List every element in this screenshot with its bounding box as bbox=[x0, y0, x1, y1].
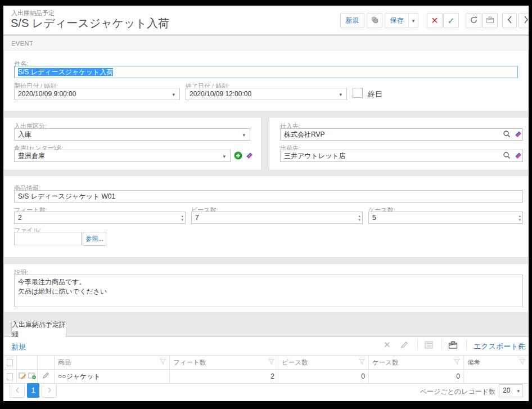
product-info-value: S/S レディースジャケット W01 bbox=[18, 192, 115, 200]
next-record-button[interactable] bbox=[519, 13, 529, 28]
toolbar-divider bbox=[441, 340, 442, 350]
search-icon[interactable] bbox=[503, 130, 511, 140]
chevron-down-icon[interactable]: ▾ bbox=[339, 92, 342, 97]
page-number-button[interactable]: 1 bbox=[27, 383, 39, 398]
description-textarea[interactable]: 今季最注力商品です。 欠品は絶対に防いでください bbox=[14, 275, 523, 307]
chevron-down-icon[interactable]: ▾ bbox=[172, 92, 175, 97]
col-feet-label: フィート数 bbox=[173, 358, 206, 367]
warehouse-value: 豊洲倉庫 bbox=[18, 152, 45, 160]
chevron-left-icon bbox=[15, 385, 20, 395]
refresh-button[interactable] bbox=[466, 13, 481, 28]
row-actions-header bbox=[17, 356, 38, 369]
supplier-lookup[interactable]: 株式会社RVP bbox=[280, 128, 523, 141]
toolbar-divider bbox=[417, 340, 418, 350]
chevron-down-icon[interactable]: ▾ bbox=[242, 133, 245, 138]
product-info-input[interactable]: S/S レディースジャケット W01 bbox=[14, 190, 523, 203]
records-per-page-select[interactable]: 20 ▾ bbox=[499, 384, 523, 397]
col-pieces-label: ピース数 bbox=[282, 358, 308, 367]
prev-record-button[interactable] bbox=[502, 13, 517, 28]
detail-table: 商品 フィート数 ピース数 ケース数 備考 bbox=[3, 355, 529, 384]
grid-save-icon[interactable] bbox=[425, 341, 433, 350]
copy-button[interactable] bbox=[367, 13, 382, 28]
eraser-icon[interactable] bbox=[245, 151, 254, 162]
briefcase-icon bbox=[486, 16, 494, 25]
start-datetime-select[interactable]: 2020/10/09 9:00:00 ▾ bbox=[14, 88, 180, 100]
save-button[interactable]: 保存 bbox=[385, 16, 408, 25]
select-all-checkbox[interactable] bbox=[7, 359, 13, 366]
confirm-icon: ✓ bbox=[448, 16, 455, 26]
records-per-page-value: 20 bbox=[503, 386, 510, 394]
cell-feet[interactable]: 2 bbox=[170, 370, 278, 383]
grid-new-link[interactable]: 新規 bbox=[11, 342, 26, 352]
spinner-icon[interactable]: ▴▾ bbox=[519, 214, 521, 222]
browse-button[interactable]: 参照... bbox=[83, 232, 106, 246]
cell-cases[interactable]: 0 bbox=[369, 370, 464, 383]
shipto-lookup[interactable]: 三井アウトレット店 bbox=[280, 150, 523, 162]
grid-delete-icon[interactable]: ✕ bbox=[384, 340, 391, 350]
select-all-cell bbox=[3, 356, 17, 369]
delete-button[interactable]: ✕ bbox=[427, 13, 443, 28]
filter-icon[interactable] bbox=[268, 359, 274, 366]
cases-value: 5 bbox=[372, 214, 376, 222]
add-icon[interactable] bbox=[234, 151, 242, 162]
subject-selected-text: S/S レディースジャケット入荷 bbox=[18, 68, 113, 76]
warehouse-select[interactable]: 豊洲倉庫 ▾ bbox=[14, 150, 231, 162]
file-input[interactable] bbox=[14, 232, 82, 245]
open-edit-icon[interactable] bbox=[19, 372, 26, 381]
row-checkbox[interactable] bbox=[7, 373, 13, 380]
col-product: 商品 bbox=[55, 356, 170, 369]
save-caret-icon[interactable]: ▾ bbox=[408, 14, 418, 28]
tab-detail[interactable]: 入出庫納品予定詳細 bbox=[11, 322, 66, 337]
new-button[interactable]: 新規 bbox=[340, 13, 364, 28]
spinner-icon[interactable]: ▴▾ bbox=[181, 214, 183, 222]
app-window: 入出庫納品予定 S/S レディースジャケット入荷 新規 保存 ▾ ✕ ✓ bbox=[3, 6, 529, 401]
filter-icon[interactable] bbox=[160, 359, 166, 366]
cell-product[interactable]: ○○ジャケット bbox=[55, 370, 170, 383]
grid-briefcase-icon[interactable] bbox=[448, 340, 458, 351]
cases-stepper[interactable]: 5 ▴▾ bbox=[368, 212, 523, 224]
col-pieces: ピース数 bbox=[278, 356, 369, 369]
filter-icon[interactable] bbox=[359, 359, 365, 366]
feet-stepper[interactable]: 2 ▴▾ bbox=[14, 212, 186, 224]
chevron-down-icon[interactable]: ▾ bbox=[517, 389, 520, 394]
save-split-button[interactable]: 保存 ▾ bbox=[385, 13, 418, 28]
chevron-right-icon bbox=[47, 385, 52, 395]
feet-value: 2 bbox=[18, 214, 22, 222]
window-frame: 入出庫納品予定 S/S レディースジャケット入荷 新規 保存 ▾ ✕ ✓ bbox=[0, 0, 532, 409]
eraser-icon[interactable] bbox=[514, 151, 522, 162]
search-icon[interactable] bbox=[503, 151, 511, 161]
page-next-button[interactable] bbox=[42, 383, 57, 398]
grid-edit-icon[interactable] bbox=[400, 341, 408, 350]
cell-pieces[interactable]: 0 bbox=[278, 370, 369, 383]
table-row[interactable]: ○○ジャケット 2 0 0 bbox=[3, 369, 529, 384]
cell-note[interactable] bbox=[464, 370, 529, 383]
end-datetime-select[interactable]: 2020/10/09 12:00:00 ▾ bbox=[186, 88, 347, 100]
briefcase-button[interactable] bbox=[482, 13, 498, 28]
chevron-left-icon bbox=[507, 16, 512, 25]
filter-icon[interactable] bbox=[454, 359, 460, 366]
export-caret-icon[interactable]: ▾ bbox=[519, 344, 521, 349]
allday-checkbox[interactable] bbox=[353, 88, 363, 98]
export-to-button[interactable]: エクスポート先 bbox=[474, 341, 526, 352]
edit-icon[interactable] bbox=[42, 372, 49, 381]
partner-card bbox=[269, 117, 529, 170]
page-prev-button[interactable] bbox=[10, 383, 25, 398]
records-per-page-label: ページごとのレコード数 bbox=[341, 387, 495, 397]
row-edit-cell bbox=[38, 370, 55, 383]
pieces-stepper[interactable]: 7 ▴▾ bbox=[191, 212, 363, 224]
shipto-value: 三井アウトレット店 bbox=[284, 152, 346, 160]
col-note: 備考 bbox=[464, 356, 529, 369]
subject-input[interactable]: S/S レディースジャケット入荷 bbox=[14, 66, 518, 78]
row-actions-cell bbox=[17, 370, 38, 383]
inout-select[interactable]: 入庫 ▾ bbox=[14, 128, 250, 141]
spinner-icon[interactable]: ▴▾ bbox=[358, 214, 360, 222]
open-add-icon[interactable] bbox=[28, 372, 36, 381]
filter-icon[interactable] bbox=[519, 359, 525, 366]
chevron-down-icon[interactable]: ▾ bbox=[223, 154, 226, 159]
toolbar-divider bbox=[466, 340, 467, 350]
confirm-button[interactable]: ✓ bbox=[443, 13, 459, 28]
table-header-row: 商品 フィート数 ピース数 ケース数 備考 bbox=[3, 355, 529, 369]
col-cases-label: ケース数 bbox=[372, 358, 399, 367]
supplier-value: 株式会社RVP bbox=[284, 131, 324, 138]
eraser-icon[interactable] bbox=[514, 130, 522, 141]
